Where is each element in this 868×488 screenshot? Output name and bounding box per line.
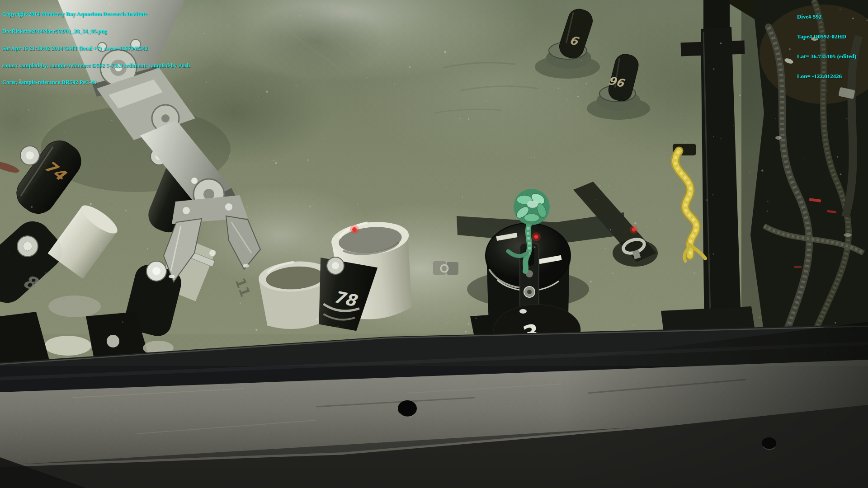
overlay-status-line: Depth= 1243.66 m Temp= 3.530 C Sal= 34.4…	[2, 479, 235, 488]
overlay-annotation-1: sonar: sampled-by, sample-reference D592…	[2, 63, 190, 69]
overlay-copyright: Copyright 2014 Monterey Bay Aquarium Res…	[2, 11, 190, 17]
overlay-tape-number: Tape# D0592-02HD	[797, 33, 856, 40]
sill-hole-right	[762, 437, 776, 450]
overlay-latitude: Lat= 36.735105 (edited)	[797, 53, 856, 60]
overlay-filepath: DocRicketts2014/docr592/01_28_34_05.png	[2, 28, 190, 34]
overlay-timestamp: Sat Apr 19 21:19:02 2014 GMT (local +7) …	[2, 46, 190, 52]
sill-hole-left	[398, 400, 417, 417]
overlay-annotation-2: Corer, sample-reference DR592 PsC-41	[2, 80, 190, 85]
overlay-top-right: Dive# 592 Tape# D0592-02HD Lat= 36.73510…	[797, 0, 856, 93]
overlay-longitude: Lon= -122.012426	[797, 73, 856, 80]
overlay-dive-number: Dive# 592	[797, 14, 856, 20]
overlay-top-left: Copyright 2014 Monterey Bay Aquarium Res…	[2, 0, 190, 97]
rov-video-frame: 6 96	[0, 0, 868, 488]
